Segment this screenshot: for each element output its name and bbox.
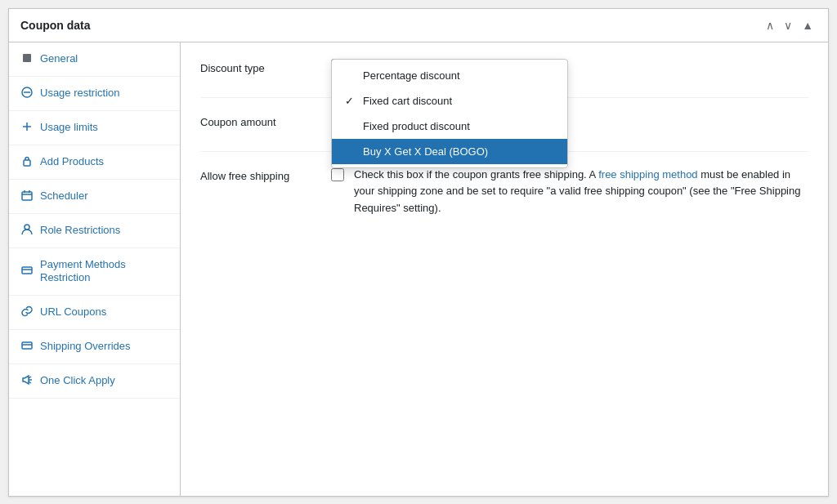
shipping-text-part1: Check this box if the coupon grants free… bbox=[354, 168, 598, 181]
svg-point-10 bbox=[25, 225, 29, 230]
sidebar-item-general[interactable]: General bbox=[9, 42, 180, 77]
sidebar-scheduler-label: Scheduler bbox=[40, 190, 88, 203]
free-shipping-method-link[interactable]: free shipping method bbox=[598, 168, 697, 181]
payment-icon bbox=[20, 265, 34, 279]
allow-free-shipping-label: Allow free shipping bbox=[200, 167, 331, 182]
sidebar-general-label: General bbox=[40, 52, 78, 66]
sidebar-shipping-overrides-label: Shipping Overrides bbox=[40, 340, 131, 354]
sidebar-item-url-coupons[interactable]: URL Coupons bbox=[9, 296, 180, 330]
dropdown-item-fixed-cart[interactable]: ✓ Fixed cart discount bbox=[332, 88, 567, 114]
sidebar-item-scheduler[interactable]: Scheduler bbox=[9, 180, 180, 214]
free-shipping-checkbox[interactable] bbox=[331, 168, 344, 181]
svg-rect-5 bbox=[24, 160, 30, 166]
allow-free-shipping-control: Check this box if the coupon grants free… bbox=[331, 167, 808, 217]
checkmark-fixed-cart: ✓ bbox=[345, 95, 356, 107]
sidebar-add-products-label: Add Products bbox=[40, 155, 104, 169]
collapse-down-button[interactable]: ∨ bbox=[781, 17, 795, 33]
sidebar-item-add-products[interactable]: Add Products bbox=[9, 145, 180, 180]
person-icon bbox=[20, 224, 34, 238]
sidebar-payment-methods-label: Payment Methods Restriction bbox=[40, 258, 168, 286]
dropdown-item-bogo[interactable]: Buy X Get X Deal (BOGO) bbox=[332, 139, 567, 164]
sidebar-usage-restriction-label: Usage restriction bbox=[40, 87, 120, 100]
allow-free-shipping-row: Allow free shipping Check this box if th… bbox=[200, 167, 808, 232]
sidebar-usage-limits-label: Usage limits bbox=[40, 121, 98, 135]
lock-icon bbox=[20, 155, 34, 169]
svg-rect-11 bbox=[22, 267, 32, 274]
svg-rect-0 bbox=[23, 54, 31, 62]
sidebar-item-one-click-apply[interactable]: One Click Apply bbox=[9, 364, 180, 399]
panel-title: Coupon data bbox=[20, 19, 91, 32]
toggle-button[interactable]: ▲ bbox=[799, 17, 817, 33]
coupon-panel: Coupon data ∧ ∨ ▲ General bbox=[8, 8, 829, 497]
sidebar: General Usage restriction bbox=[9, 42, 181, 496]
collapse-up-button[interactable]: ∧ bbox=[763, 17, 777, 33]
pin-icon bbox=[20, 52, 34, 66]
sidebar-item-usage-limits[interactable]: Usage limits bbox=[9, 111, 180, 145]
header-controls: ∧ ∨ ▲ bbox=[763, 17, 817, 33]
shipping-row: Check this box if the coupon grants free… bbox=[331, 167, 808, 217]
sidebar-item-role-restrictions[interactable]: Role Restrictions bbox=[9, 214, 180, 248]
discount-type-label: Discount type bbox=[200, 59, 331, 74]
discount-type-control: Fixed cart discount ▼ Percentage discoun… bbox=[331, 59, 808, 83]
main-content: Discount type Fixed cart discount ▼ Perc… bbox=[181, 42, 828, 496]
calendar-icon bbox=[20, 190, 34, 203]
svg-rect-6 bbox=[22, 192, 32, 200]
dropdown-percentage-label: Percentage discount bbox=[363, 69, 460, 82]
link-icon bbox=[20, 306, 34, 319]
sidebar-item-payment-methods[interactable]: Payment Methods Restriction bbox=[9, 248, 180, 297]
dropdown-fixed-cart-label: Fixed cart discount bbox=[363, 95, 452, 107]
discount-type-dropdown: Percentage discount ✓ Fixed cart discoun… bbox=[331, 59, 568, 168]
dropdown-item-percentage[interactable]: Percentage discount bbox=[332, 63, 567, 88]
dropdown-fixed-product-label: Fixed product discount bbox=[363, 120, 470, 132]
svg-rect-13 bbox=[22, 342, 32, 349]
sidebar-role-restrictions-label: Role Restrictions bbox=[40, 224, 120, 238]
coupon-amount-label: Coupon amount bbox=[200, 113, 331, 128]
dropdown-bogo-label: Buy X Get X Deal (BOGO) bbox=[363, 145, 488, 158]
shipping-icon bbox=[20, 340, 34, 354]
sidebar-one-click-apply-label: One Click Apply bbox=[40, 374, 115, 388]
panel-header: Coupon data ∧ ∨ ▲ bbox=[9, 9, 828, 42]
sidebar-url-coupons-label: URL Coupons bbox=[40, 306, 106, 319]
sidebar-item-usage-restriction[interactable]: Usage restriction bbox=[9, 77, 180, 111]
dropdown-item-fixed-product[interactable]: Fixed product discount bbox=[332, 114, 567, 139]
free-shipping-description: Check this box if the coupon grants free… bbox=[354, 167, 808, 217]
megaphone-icon bbox=[20, 374, 34, 388]
restriction-icon bbox=[20, 87, 34, 100]
plus-icon bbox=[20, 121, 34, 135]
panel-body: General Usage restriction bbox=[9, 42, 828, 496]
sidebar-item-shipping-overrides[interactable]: Shipping Overrides bbox=[9, 330, 180, 364]
discount-type-row: Discount type Fixed cart discount ▼ Perc… bbox=[200, 59, 808, 98]
